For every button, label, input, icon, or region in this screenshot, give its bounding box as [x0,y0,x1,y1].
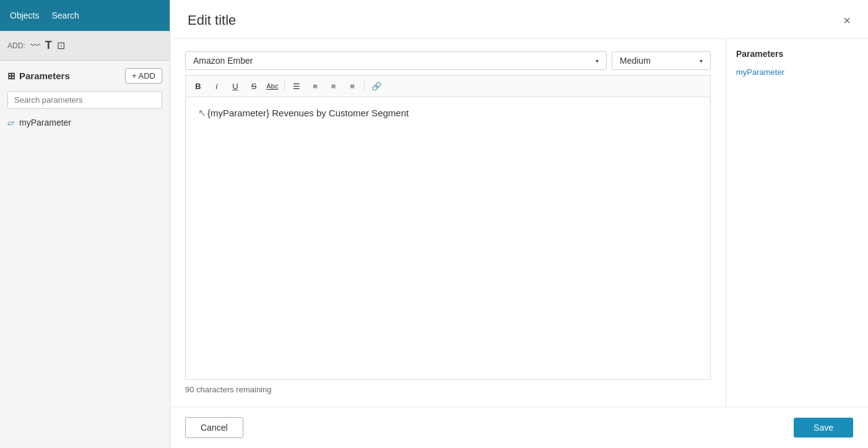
sidebar: Objects Search ADD: 〰 T ⊡ ⊞ Parameters +… [0,0,170,448]
cancel-button[interactable]: Cancel [185,417,243,438]
add-label: ADD: [7,41,25,50]
modal-title: Edit title [188,12,236,28]
format-divider-2 [364,80,365,92]
size-chevron-icon: ▾ [700,58,703,64]
sidebar-header: Objects Search [0,0,170,31]
size-select[interactable]: Medium ▾ [612,51,711,70]
modal-close-button[interactable]: × [843,14,851,27]
save-button[interactable]: Save [794,418,853,437]
chars-remaining: 90 characters remaining [185,385,711,394]
parameters-grid-icon: ⊞ [7,71,15,82]
sidebar-toolbar: ADD: 〰 T ⊡ [0,31,170,61]
modal-header: Edit title × [170,0,868,39]
param-token: {myParameter} [207,108,269,118]
nav-search[interactable]: Search [51,11,79,20]
editor-controls-row: Amazon Ember ▾ Medium ▾ [185,51,711,70]
align-right-button[interactable]: ≡ [344,78,361,94]
bullet-list-button[interactable]: ☰ [288,78,305,94]
editor-cursor-indicator: ↖ [198,108,206,118]
parameters-panel: Parameters myParameter [726,39,868,407]
size-value: Medium [620,56,651,66]
params-panel-item-myparameter[interactable]: myParameter [736,67,784,77]
sidebar-param-label: myParameter [19,118,71,127]
nav-objects[interactable]: Objects [10,11,39,20]
section-title: ⊞ Parameters [7,71,70,82]
font-select[interactable]: Amazon Ember ▾ [185,51,607,70]
modal-footer: Cancel Save [170,407,868,448]
underline-button[interactable]: U [227,78,244,94]
sidebar-section: ⊞ Parameters + ADD ▱ myParameter [0,61,170,135]
case-button[interactable]: Abc [264,78,281,94]
italic-button[interactable]: i [208,78,225,94]
format-toolbar: B i U S Abc ☰ ≡ ≡ ≡ 🔗 [185,75,711,97]
font-chevron-icon: ▾ [596,58,599,64]
text-icon[interactable]: T [45,39,52,52]
add-parameter-button[interactable]: + ADD [125,68,162,84]
sidebar-title-row: ⊞ Parameters + ADD [7,68,162,84]
edit-title-modal: Edit title × Amazon Ember ▾ Medium ▾ B i… [170,0,868,448]
align-center-button[interactable]: ≡ [325,78,342,94]
bold-button[interactable]: B [189,78,207,94]
strikethrough-button[interactable]: S [245,78,263,94]
align-left-button[interactable]: ≡ [306,78,324,94]
params-panel-title: Parameters [736,49,858,59]
modal-editor: Amazon Ember ▾ Medium ▾ B i U S Abc ☰ ≡ … [170,39,726,407]
trend-icon[interactable]: 〰 [30,40,40,51]
image-icon[interactable]: ⊡ [57,40,65,51]
font-value: Amazon Ember [193,56,253,66]
link-button[interactable]: 🔗 [368,78,385,94]
format-divider-1 [284,80,285,92]
modal-body: Amazon Ember ▾ Medium ▾ B i U S Abc ☰ ≡ … [170,39,868,407]
sidebar-param-item[interactable]: ▱ myParameter [7,118,162,127]
editor-text: Revenues by Customer Segment [269,108,409,118]
search-parameters-input[interactable] [7,91,162,109]
param-shape-icon: ▱ [7,118,14,127]
text-editor-area[interactable]: ↖{myParameter} Revenues by Customer Segm… [185,97,711,380]
